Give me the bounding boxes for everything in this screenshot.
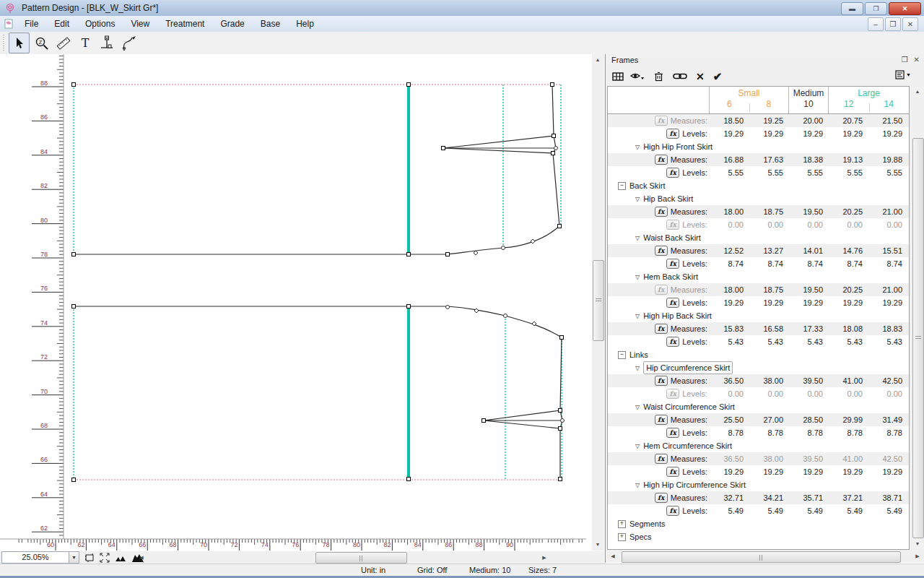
value-cell[interactable]: 37.21 (828, 491, 868, 504)
fit-frame-button[interactable] (84, 553, 95, 563)
group-arrow-icon[interactable]: ▽ (635, 404, 640, 410)
value-cell[interactable]: 0.00 (868, 218, 907, 231)
value-cell[interactable]: 8.78 (749, 426, 788, 439)
value-cell[interactable]: 18.08 (828, 322, 868, 335)
value-cell[interactable]: 31.49 (868, 413, 907, 426)
shape-point-node[interactable] (474, 309, 479, 313)
fx-formula-button[interactable]: fx (655, 415, 668, 425)
grade-point-node[interactable] (552, 152, 555, 155)
list-layout-icon[interactable] (895, 70, 905, 79)
value-cell[interactable]: 41.00 (828, 374, 868, 387)
grade-point-node[interactable] (552, 134, 556, 138)
fx-formula-button[interactable]: fx (666, 298, 679, 308)
group-arrow-icon[interactable]: ▽ (635, 235, 640, 241)
value-cell[interactable]: 19.29 (868, 465, 907, 478)
value-cell[interactable]: 19.29 (709, 296, 749, 309)
value-cell[interactable]: 13.27 (749, 244, 788, 257)
shape-point-node[interactable] (531, 239, 535, 243)
group-arrow-icon[interactable]: ▽ (635, 482, 640, 488)
menu-view[interactable]: View (123, 17, 157, 31)
value-cell[interactable]: 5.55 (709, 166, 749, 179)
preview-small-button[interactable] (115, 553, 126, 562)
value-cell[interactable]: 8.74 (749, 257, 788, 270)
value-cell[interactable]: 0.00 (828, 218, 868, 231)
value-cell[interactable]: 0.00 (788, 218, 828, 231)
frame-group-row[interactable]: ▽High Hip Front Skirt (608, 140, 909, 153)
value-cell[interactable]: 25.50 (709, 413, 749, 426)
group-label[interactable]: High Hip Front Skirt (643, 141, 712, 152)
value-cell[interactable]: 16.58 (749, 322, 788, 335)
grade-point-node[interactable] (407, 253, 411, 256)
group-label[interactable]: Segments (629, 518, 666, 530)
frame-group-row[interactable]: ▽High Hip Circumference Skirt (608, 478, 909, 491)
scroll-right-arrow[interactable]: ▶ (912, 551, 923, 562)
curve-point-node[interactable] (554, 147, 558, 150)
menu-edit[interactable]: Edit (46, 17, 77, 31)
horizontal-scroll-thumb[interactable] (622, 551, 901, 563)
value-cell[interactable]: 29.99 (828, 413, 868, 426)
value-cell[interactable]: 32.71 (709, 491, 749, 504)
close-button[interactable]: ✕ (889, 2, 921, 15)
grade-point-node[interactable] (560, 336, 564, 340)
expand-icon[interactable]: + (618, 520, 626, 528)
grade-point-node[interactable] (559, 427, 562, 431)
group-label[interactable]: Hip Circumference Skirt (643, 361, 733, 374)
value-cell[interactable]: 28.50 (788, 413, 828, 426)
fx-formula-button[interactable]: fx (655, 155, 668, 165)
menu-help[interactable]: Help (288, 17, 322, 31)
frame-group-row[interactable]: ▽Waist Circumference Skirt (608, 400, 909, 413)
group-label[interactable]: Hem Back Skirt (643, 271, 698, 282)
value-cell[interactable]: 0.00 (709, 387, 749, 400)
group-label[interactable]: Specs (629, 531, 652, 543)
value-cell[interactable]: 8.78 (828, 426, 868, 439)
value-cell[interactable]: 20.25 (828, 283, 868, 296)
frame-group-row[interactable]: −Links (608, 348, 909, 361)
value-cell[interactable]: 5.55 (828, 166, 868, 179)
value-cell[interactable]: 42.50 (868, 452, 907, 465)
menu-grade[interactable]: Grade (212, 17, 252, 31)
value-cell[interactable]: 39.50 (788, 374, 828, 387)
grade-point-node[interactable] (442, 147, 445, 150)
value-cell[interactable]: 19.29 (788, 465, 828, 478)
curve-point-node[interactable] (446, 306, 450, 309)
value-cell[interactable]: 12.52 (709, 244, 749, 257)
value-cell[interactable]: 5.49 (749, 504, 788, 517)
menu-options[interactable]: Options (77, 17, 123, 31)
value-cell[interactable]: 42.50 (868, 374, 907, 387)
value-cell[interactable]: 5.43 (868, 335, 907, 348)
value-cell[interactable]: 0.00 (868, 387, 907, 400)
value-cell[interactable]: 8.74 (788, 257, 828, 270)
scroll-down-arrow[interactable]: ▼ (592, 539, 603, 551)
delete-button[interactable] (654, 72, 663, 82)
frame-group-row[interactable]: ▽Hip Back Skirt (608, 192, 909, 205)
value-cell[interactable]: 15.51 (868, 244, 907, 257)
fx-formula-button[interactable]: fx (655, 285, 668, 295)
value-cell[interactable]: 19.29 (749, 127, 788, 140)
text-tool-button[interactable]: T (75, 33, 95, 53)
value-cell[interactable]: 5.49 (709, 504, 749, 517)
zoom-level-input[interactable]: 25.05% (1, 551, 69, 564)
grade-point-node[interactable] (551, 83, 554, 87)
value-cell[interactable]: 5.55 (749, 166, 788, 179)
scroll-left-arrow[interactable]: ◀ (136, 551, 147, 564)
size-column-label[interactable]: 8 (766, 99, 771, 109)
child-restore-button[interactable]: ❐ (885, 17, 901, 31)
frame-group-row[interactable]: ▽High Hip Back Skirt (608, 309, 909, 322)
vertical-scroll-thumb[interactable] (912, 138, 924, 538)
pattern-canvas[interactable]: 8886848280787674727068666462 60626466687… (0, 54, 592, 551)
menu-file[interactable]: File (17, 17, 46, 31)
zoom-dropdown-arrow[interactable]: ▼ (69, 551, 79, 564)
value-cell[interactable]: 8.74 (828, 257, 868, 270)
grade-point-node[interactable] (72, 253, 76, 256)
value-cell[interactable]: 15.83 (709, 322, 749, 335)
expand-icon[interactable]: + (618, 533, 626, 541)
value-cell[interactable]: 19.50 (788, 205, 828, 218)
value-cell[interactable]: 38.71 (868, 491, 907, 504)
table-view-button[interactable] (612, 72, 624, 81)
vertical-scroll-thumb[interactable] (593, 260, 604, 341)
grade-point-node[interactable] (559, 409, 562, 413)
group-label[interactable]: High Hip Back Skirt (643, 310, 712, 322)
value-cell[interactable]: 19.88 (868, 153, 907, 166)
value-cell[interactable]: 21.50 (868, 114, 907, 127)
value-cell[interactable]: 8.78 (868, 426, 907, 439)
